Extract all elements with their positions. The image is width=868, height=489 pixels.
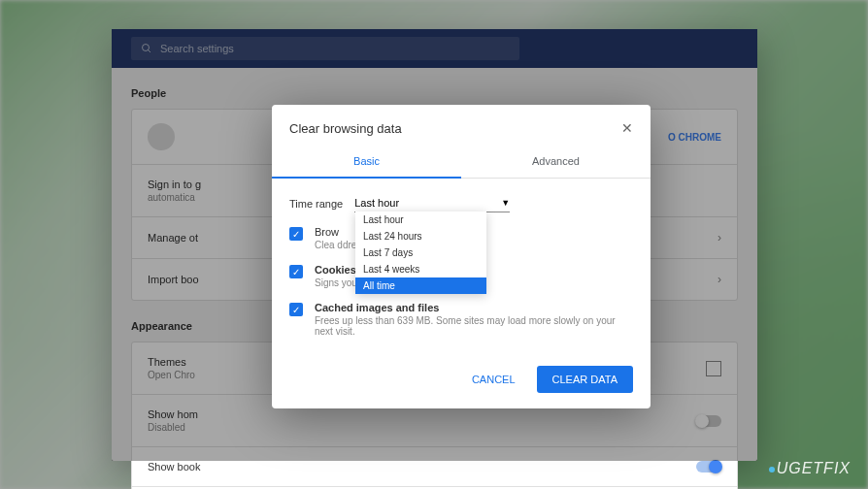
close-button[interactable]: ✕ xyxy=(621,120,633,136)
time-range-dropdown: Last hour Last 24 hours Last 7 days Last… xyxy=(355,212,486,294)
dialog-body: Time range Last hour ▼ Last hour Last 24… xyxy=(272,179,651,354)
cancel-button[interactable]: CANCEL xyxy=(460,366,527,393)
dialog-header: Clear browsing data ✕ xyxy=(272,105,651,146)
dropdown-option-last-4-weeks[interactable]: Last 4 weeks xyxy=(355,261,486,277)
dialog-footer: CANCEL CLEAR DATA xyxy=(272,354,651,408)
watermark-text: UGETFIX xyxy=(777,460,851,476)
time-range-select[interactable]: Last hour ▼ xyxy=(354,194,510,212)
watermark-dot-icon xyxy=(769,467,775,473)
dropdown-option-last-7-days[interactable]: Last 7 days xyxy=(355,244,486,261)
dialog-tabs: Basic Advanced xyxy=(272,146,651,179)
dropdown-option-last-24-hours[interactable]: Last 24 hours xyxy=(355,228,486,244)
dropdown-option-all-time[interactable]: All time xyxy=(355,277,486,294)
time-range-row: Time range Last hour ▼ Last hour Last 24… xyxy=(289,194,633,212)
tab-advanced[interactable]: Advanced xyxy=(461,146,651,179)
dialog-title: Clear browsing data xyxy=(289,121,402,136)
check-icon: ✓ xyxy=(292,229,300,240)
clear-data-button[interactable]: CLEAR DATA xyxy=(537,366,633,393)
time-range-value: Last hour xyxy=(354,197,399,209)
check-icon: ✓ xyxy=(292,267,300,277)
clear-browsing-data-dialog: Clear browsing data ✕ Basic Advanced Tim… xyxy=(272,105,651,408)
cached-row: ✓ Cached images and files Frees up less … xyxy=(289,302,633,337)
cached-title: Cached images and files xyxy=(315,302,633,313)
time-range-label: Time range xyxy=(289,198,343,210)
tab-basic[interactable]: Basic xyxy=(272,146,461,179)
browsing-history-checkbox[interactable]: ✓ xyxy=(289,227,303,241)
chevron-down-icon: ▼ xyxy=(501,198,510,208)
cached-checkbox[interactable]: ✓ xyxy=(289,303,303,316)
watermark: UGETFIX xyxy=(769,460,851,477)
dropdown-option-last-hour[interactable]: Last hour xyxy=(355,212,486,228)
show-book-text: Show book xyxy=(148,461,200,473)
show-bookmarks-toggle[interactable] xyxy=(696,461,721,473)
cached-desc: Frees up less than 639 MB. Some sites ma… xyxy=(315,315,633,337)
cookies-checkbox[interactable]: ✓ xyxy=(289,265,303,278)
check-icon: ✓ xyxy=(292,305,300,315)
